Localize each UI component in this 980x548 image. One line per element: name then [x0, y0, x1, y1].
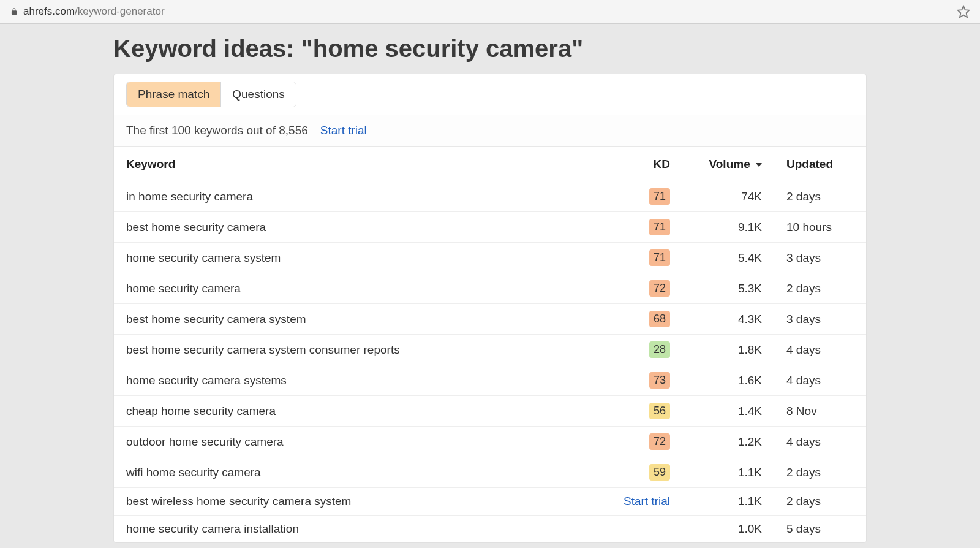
tab-group: Phrase match Questions [126, 82, 296, 107]
kd-cell: 28 [597, 335, 682, 365]
col-kd[interactable]: KD [597, 147, 682, 181]
kd-cell: 68 [597, 304, 682, 335]
keyword-cell[interactable]: outdoor home security camera [114, 427, 597, 457]
updated-cell: 4 days [774, 365, 866, 396]
keyword-cell[interactable]: wifi home security camera [114, 457, 597, 488]
kd-cell: 73 [597, 365, 682, 396]
kd-badge: 73 [649, 372, 670, 389]
kd-cell [597, 516, 682, 543]
volume-cell: 1.8K [682, 335, 774, 365]
tabs-row: Phrase match Questions [114, 74, 866, 115]
url-display: ahrefs.com/keyword-generator [10, 6, 165, 18]
kd-badge: 56 [649, 403, 670, 419]
updated-cell: 8 Nov [774, 396, 866, 427]
table-row: home security camera725.3K2 days [114, 273, 866, 304]
updated-cell: 2 days [774, 488, 866, 516]
col-volume-label: Volume [709, 158, 750, 170]
updated-cell: 2 days [774, 181, 866, 212]
volume-cell: 9.1K [682, 212, 774, 243]
lock-icon [10, 7, 18, 16]
table-row: best home security camera719.1K10 hours [114, 212, 866, 243]
table-row: home security camera system715.4K3 days [114, 243, 866, 273]
volume-cell: 5.3K [682, 273, 774, 304]
kd-cell: 59 [597, 457, 682, 488]
kd-badge: 68 [649, 311, 670, 327]
kd-badge: 72 [649, 280, 670, 297]
kd-badge: 71 [649, 188, 670, 205]
kd-cell: 56 [597, 396, 682, 427]
kd-cell: 71 [597, 212, 682, 243]
keyword-cell[interactable]: home security camera systems [114, 365, 597, 396]
kd-cell: Start trial [597, 488, 682, 516]
table-row: best home security camera system consume… [114, 335, 866, 365]
table-row: in home security camera7174K2 days [114, 181, 866, 212]
volume-cell: 4.3K [682, 304, 774, 335]
keyword-cell[interactable]: home security camera installation [114, 516, 597, 543]
volume-cell: 1.6K [682, 365, 774, 396]
updated-cell: 4 days [774, 335, 866, 365]
kd-badge: 71 [649, 219, 670, 235]
start-trial-link[interactable]: Start trial [320, 124, 367, 137]
updated-cell: 4 days [774, 427, 866, 457]
kd-cell: 71 [597, 243, 682, 273]
col-keyword[interactable]: Keyword [114, 147, 597, 181]
volume-cell: 5.4K [682, 243, 774, 273]
updated-cell: 2 days [774, 457, 866, 488]
kd-badge: 72 [649, 433, 670, 450]
keyword-cell[interactable]: best home security camera system consume… [114, 335, 597, 365]
summary-row: The first 100 keywords out of 8,556 Star… [114, 115, 866, 147]
keyword-cell[interactable]: home security camera system [114, 243, 597, 273]
table-row: best wireless home security camera syste… [114, 488, 866, 516]
summary-text: The first 100 keywords out of 8,556 [126, 124, 308, 137]
kd-cell: 72 [597, 427, 682, 457]
tab-questions[interactable]: Questions [221, 82, 296, 107]
browser-address-bar: ahrefs.com/keyword-generator [0, 0, 980, 24]
volume-cell: 1.4K [682, 396, 774, 427]
keyword-cell[interactable]: cheap home security camera [114, 396, 597, 427]
kd-cell: 71 [597, 181, 682, 212]
volume-cell: 1.0K [682, 516, 774, 543]
table-row: wifi home security camera591.1K2 days [114, 457, 866, 488]
tab-phrase-match[interactable]: Phrase match [127, 82, 221, 107]
updated-cell: 10 hours [774, 212, 866, 243]
keyword-cell[interactable]: home security camera [114, 273, 597, 304]
updated-cell: 5 days [774, 516, 866, 543]
kd-badge: 71 [649, 249, 670, 266]
volume-cell: 1.1K [682, 457, 774, 488]
updated-cell: 3 days [774, 304, 866, 335]
url-path: /keyword-generator [75, 6, 164, 17]
keywords-table: Keyword KD Volume Updated in home securi… [114, 147, 866, 542]
table-row: best home security camera system684.3K3 … [114, 304, 866, 335]
updated-cell: 3 days [774, 243, 866, 273]
kd-badge: 28 [649, 341, 670, 358]
volume-cell: 1.2K [682, 427, 774, 457]
table-row: home security camera installation1.0K5 d… [114, 516, 866, 543]
updated-cell: 2 days [774, 273, 866, 304]
volume-cell: 1.1K [682, 488, 774, 516]
page-title: Keyword ideas: "home security camera" [113, 29, 867, 74]
keyword-cell[interactable]: best home security camera system [114, 304, 597, 335]
keyword-text: best wireless home security camera syste… [126, 495, 351, 508]
url-domain: ahrefs.com [23, 6, 75, 17]
bookmark-star-icon[interactable] [957, 5, 970, 18]
results-card: Phrase match Questions The first 100 key… [113, 74, 867, 543]
col-volume[interactable]: Volume [682, 147, 774, 181]
sort-desc-icon [756, 163, 762, 167]
col-updated[interactable]: Updated [774, 147, 866, 181]
keyword-cell[interactable]: in home security camera [114, 181, 597, 212]
table-row: outdoor home security camera721.2K4 days [114, 427, 866, 457]
keyword-cell[interactable]: best home security camera [114, 212, 597, 243]
url-text: ahrefs.com/keyword-generator [23, 6, 165, 18]
kd-badge: 59 [649, 464, 670, 481]
table-row: home security camera systems731.6K4 days [114, 365, 866, 396]
keyword-cell[interactable]: best wireless home security camera syste… [114, 488, 597, 516]
svg-marker-0 [958, 6, 969, 17]
kd-cell: 72 [597, 273, 682, 304]
start-trial-inline[interactable]: Start trial [624, 495, 670, 508]
table-header-row: Keyword KD Volume Updated [114, 147, 866, 181]
volume-cell: 74K [682, 181, 774, 212]
table-row: cheap home security camera561.4K8 Nov [114, 396, 866, 427]
